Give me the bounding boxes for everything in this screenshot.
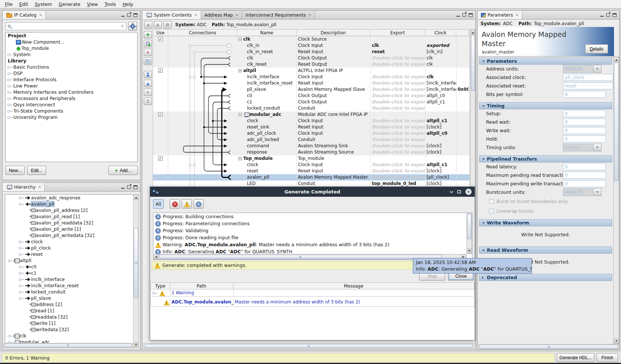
name-cell[interactable]: adc_pll_clock — [237, 130, 296, 137]
close-icon[interactable]: ✕ — [194, 13, 197, 17]
search-input[interactable]: ✕ — [6, 22, 126, 30]
use-cell[interactable]: ✓ — [153, 68, 168, 74]
section-header-timing[interactable]: Timing — [479, 102, 612, 109]
use-cell[interactable] — [153, 181, 168, 187]
ip-tree-item-basic-functions[interactable]: Basic Functions — [6, 64, 137, 70]
section-header-read-waveform[interactable]: Read Waveform — [479, 247, 612, 254]
base-cell[interactable] — [456, 130, 469, 137]
message-row[interactable]: Progress: Parameterizing connections — [153, 220, 472, 227]
hierarchy-item-c1[interactable]: c1 — [5, 270, 133, 276]
ip-tree-item-processors-and-peripherals[interactable]: Processors and Peripherals — [6, 95, 137, 102]
connections-cell[interactable] — [168, 111, 237, 118]
move-top-button[interactable]: ▲ — [144, 71, 152, 78]
menu-item-file[interactable]: File — [1, 0, 16, 8]
clock-cell[interactable]: [clock] — [425, 124, 456, 130]
name-cell[interactable]: c1 — [237, 99, 296, 105]
ip-tree-item-qsys-interconnect[interactable]: Qsys Interconnect — [6, 102, 137, 108]
column-header-base[interactable] — [456, 30, 469, 36]
float-icon[interactable] — [127, 185, 131, 189]
hierarchy-item-clk[interactable]: clk — [5, 333, 133, 339]
use-cell[interactable] — [153, 42, 168, 49]
scroll-up-icon[interactable]: ▲ — [614, 57, 619, 62]
move-up-row-button[interactable]: ▲ — [144, 80, 152, 87]
use-cell[interactable] — [153, 143, 168, 149]
connections-cell[interactable] — [168, 137, 237, 143]
export-cell[interactable]: Double-click to export — [370, 93, 425, 99]
menu-item-tools[interactable]: Tools — [101, 0, 119, 8]
hierarchy-item-clock[interactable]: clock — [5, 238, 133, 245]
row-clk_in[interactable]: clk_inClock Inputclkexported — [153, 42, 469, 49]
ip-tree-item-top-module[interactable]: Top_module — [6, 45, 137, 51]
param-input[interactable]: 0 — [563, 110, 606, 117]
section-header-parameters[interactable]: Parameters — [479, 58, 612, 65]
hierarchy-item-readdata-32-[interactable]: readdata [32] — [5, 314, 133, 320]
use-cell[interactable] — [153, 86, 168, 93]
tree-handle-icon[interactable] — [152, 291, 158, 295]
filter-all-button[interactable]: All — [153, 199, 164, 209]
clock-cell[interactable]: clk — [425, 61, 456, 68]
tab-system-contents[interactable]: System Contents✕ — [142, 11, 201, 19]
maximize-icon[interactable] — [457, 190, 461, 193]
clock-cell[interactable] — [425, 68, 456, 74]
float-icon[interactable] — [606, 13, 610, 17]
use-cell[interactable] — [153, 93, 168, 99]
filter-warnings-button[interactable] — [181, 199, 192, 209]
ip-tree-item-university-program[interactable]: University Program — [6, 114, 137, 120]
connections-cell[interactable] — [168, 181, 237, 187]
tab-ip-catalog[interactable]: IP Catalog ✕ — [3, 11, 46, 19]
tab-address-map[interactable]: Address Map✕ — [201, 11, 242, 19]
clock-cell[interactable]: altpll_c0 — [425, 130, 456, 137]
export-cell[interactable]: Double-click to export — [370, 130, 425, 137]
export-cell[interactable]: Double-click to export — [370, 118, 425, 124]
ip-tree-item-low-power[interactable]: Low Power — [6, 83, 137, 89]
param-input[interactable]: 0 — [563, 180, 606, 187]
name-cell[interactable]: inclk_interface — [237, 74, 296, 80]
connections-cell[interactable] — [168, 162, 237, 168]
menu-item-help[interactable]: Help — [119, 0, 137, 8]
base-cell[interactable] — [456, 174, 469, 181]
row-inclk_interface[interactable]: inclk_interfaceClock InputDouble-click t… — [153, 74, 469, 80]
name-cell[interactable]: response — [237, 149, 296, 155]
connections-cell[interactable] — [168, 36, 237, 42]
connections-cell[interactable] — [168, 61, 237, 68]
connections-cell[interactable] — [168, 149, 237, 155]
scroll-thumb[interactable] — [471, 35, 475, 91]
maximize-icon[interactable] — [469, 13, 473, 17]
message-row[interactable]: Progress: Done reading input file — [153, 234, 472, 241]
message-row[interactable]: Warning: ADC.Top_module.avalon_pll: Mast… — [153, 241, 472, 248]
name-cell[interactable]: pll_slave — [237, 86, 296, 93]
generate-hdl-button[interactable]: Generate HDL... — [557, 353, 594, 362]
new-button[interactable]: New... — [6, 166, 25, 175]
name-cell[interactable]: reset — [237, 168, 296, 174]
finish-button[interactable]: Finish — [597, 353, 618, 362]
connections-cell[interactable] — [168, 168, 237, 174]
checkbox-checked[interactable]: ✓ — [158, 68, 163, 73]
use-cell[interactable] — [153, 74, 168, 80]
ip-tree-item-dsp[interactable]: DSP — [6, 70, 137, 76]
scroll-thumb[interactable] — [467, 214, 471, 239]
tab-interconnect-requirements[interactable]: Interconnect Requirements✕ — [242, 11, 315, 19]
row-command[interactable]: commandAvalon Streaming SinkDouble-click… — [153, 143, 469, 149]
clock-cell[interactable]: [clock] — [425, 143, 456, 149]
param-input[interactable]: 0 — [563, 135, 606, 142]
param-input[interactable]: 0 — [563, 127, 606, 134]
clock-cell[interactable]: clk — [425, 55, 456, 61]
add-component-button[interactable]: + — [144, 31, 152, 38]
column-header-export[interactable]: Export — [370, 30, 425, 36]
row-c1[interactable]: c1Clock OutputDouble-click to exportaltp… — [153, 99, 469, 105]
tree-handle-icon[interactable] — [7, 334, 14, 338]
use-cell[interactable]: ✓ — [153, 36, 168, 42]
tab-hierarchy[interactable]: Hierarchy ✕ — [3, 183, 45, 191]
ip-tree-item-interface-protocols[interactable]: Interface Protocols — [6, 76, 137, 83]
message-cell[interactable] — [233, 290, 474, 296]
base-cell[interactable] — [456, 155, 469, 162]
row-inclk_interface_reset[interactable]: inclk_interface_resetReset InputDouble-c… — [153, 80, 469, 86]
export-cell[interactable]: Double-click to export — [370, 74, 425, 80]
param-input[interactable]: 0 — [563, 119, 606, 126]
close-icon[interactable]: ✕ — [39, 13, 42, 17]
export-cell[interactable]: Double-click to export — [370, 61, 425, 68]
base-cell[interactable] — [456, 137, 469, 143]
hierarchy-item-avalon-pll-writedata-32-[interactable]: avalon_pll_writedata [32] — [5, 232, 133, 238]
scroll-thumb[interactable] — [145, 344, 473, 348]
export-cell[interactable]: Double-click to export — [370, 162, 425, 168]
